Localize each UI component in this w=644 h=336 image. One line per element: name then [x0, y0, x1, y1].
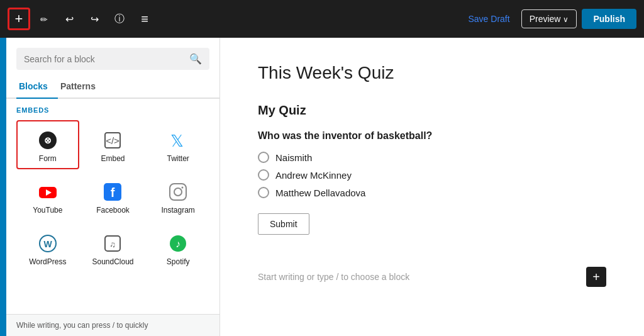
- twitter-icon: 𝕏: [167, 129, 189, 152]
- undo-icon: [65, 13, 74, 26]
- embed-icon: </>: [101, 129, 124, 152]
- submit-button[interactable]: Submit: [258, 213, 309, 235]
- quiz-options: Naismith Andrew McKinney Matthew Dellava…: [258, 152, 606, 198]
- svg-text:♪: ♪: [175, 238, 180, 249]
- block-item-spotify[interactable]: ♪ Spotify: [147, 223, 209, 272]
- preview-button[interactable]: Preview: [521, 9, 577, 28]
- hint-box: While writing, you can press / to quickl…: [6, 314, 219, 336]
- block-item-youtube[interactable]: YouTube: [16, 172, 79, 221]
- block-soundcloud-label: SoundCloud: [92, 257, 133, 266]
- search-icon: 🔍: [189, 53, 202, 65]
- undo-button[interactable]: [58, 8, 80, 30]
- block-twitter-label: Twitter: [167, 154, 189, 163]
- hint-text: While writing, you can press / to quickl…: [16, 321, 148, 330]
- block-facebook-label: Facebook: [96, 206, 130, 215]
- option-3-text: Matthew Dellavadova: [275, 188, 365, 198]
- youtube-icon: [36, 181, 59, 203]
- add-block-row: Start writing or type / to choose a bloc…: [258, 260, 606, 293]
- menu-icon: [141, 12, 148, 26]
- svg-text:♫: ♫: [110, 240, 116, 249]
- block-spotify-label: Spotify: [167, 257, 190, 266]
- embeds-section-label: EMBEDS: [16, 106, 209, 114]
- tab-blocks[interactable]: Blocks: [16, 75, 58, 99]
- menu-button[interactable]: [133, 8, 156, 30]
- tabs: Blocks Patterns: [6, 75, 219, 99]
- instagram-icon: [167, 181, 189, 203]
- plus-icon: +: [15, 11, 23, 27]
- block-embed-label: Embed: [101, 154, 125, 163]
- facebook-icon: f: [101, 181, 124, 203]
- svg-point-10: [174, 188, 182, 196]
- block-item-form[interactable]: ⊗ Form: [16, 120, 79, 169]
- toolbar-left: +: [8, 8, 156, 30]
- add-block-button[interactable]: +: [8, 8, 30, 30]
- tab-patterns[interactable]: Patterns: [58, 75, 106, 99]
- search-input[interactable]: [24, 54, 184, 64]
- wordpress-icon: W: [36, 232, 59, 255]
- info-icon: [114, 12, 125, 26]
- block-list: EMBEDS ⊗ Form </> Embed: [6, 99, 219, 314]
- quiz-question[interactable]: Who was the inventor of basketball?: [258, 130, 606, 142]
- block-youtube-label: YouTube: [33, 206, 62, 215]
- svg-text:</>: </>: [106, 135, 120, 146]
- svg-text:f: f: [111, 186, 115, 199]
- form-icon: ⊗: [36, 129, 59, 152]
- option-2-text: Andrew McKinney: [275, 170, 352, 181]
- radio-dellavadova[interactable]: [258, 187, 269, 198]
- publish-button[interactable]: Publish: [582, 9, 636, 29]
- editor-area[interactable]: ➔ This Week's Quiz My Quiz Who was the i…: [220, 38, 644, 336]
- search-area: 🔍: [6, 38, 219, 75]
- option-3[interactable]: Matthew Dellavadova: [258, 187, 606, 198]
- info-button[interactable]: [108, 8, 131, 30]
- redo-button[interactable]: [83, 8, 106, 30]
- radio-naismith[interactable]: [258, 152, 269, 163]
- block-item-instagram[interactable]: Instagram: [147, 172, 209, 221]
- search-box: 🔍: [16, 48, 209, 70]
- save-draft-button[interactable]: Save Draft: [462, 10, 516, 28]
- svg-text:𝕏: 𝕏: [170, 132, 184, 150]
- block-instagram-label: Instagram: [161, 206, 194, 215]
- post-title[interactable]: This Week's Quiz: [258, 63, 606, 83]
- svg-text:W: W: [43, 239, 52, 249]
- option-1[interactable]: Naismith: [258, 152, 606, 163]
- quiz-title[interactable]: My Quiz: [258, 103, 606, 118]
- chevron-down-icon: [563, 14, 569, 24]
- svg-point-11: [182, 187, 184, 189]
- block-wordpress-label: WordPress: [29, 257, 66, 266]
- spotify-icon: ♪: [167, 232, 189, 255]
- svg-text:⊗: ⊗: [44, 135, 52, 145]
- sidebar-accent: [0, 38, 6, 336]
- preview-label: Preview: [530, 14, 561, 24]
- block-item-facebook[interactable]: f Facebook: [82, 172, 145, 221]
- toolbar: + Save Draft Preview Publish: [0, 0, 644, 38]
- main-area: 🔍 Blocks Patterns EMBEDS ⊗ Form: [0, 38, 644, 336]
- block-item-wordpress[interactable]: W WordPress: [16, 223, 79, 272]
- block-item-embed[interactable]: </> Embed: [82, 120, 145, 169]
- pencil-button[interactable]: [33, 8, 55, 30]
- block-form-label: Form: [39, 154, 57, 163]
- option-2[interactable]: Andrew McKinney: [258, 169, 606, 181]
- add-block-placeholder: Start writing or type / to choose a bloc…: [258, 272, 409, 282]
- toolbar-right: Save Draft Preview Publish: [462, 9, 637, 29]
- soundcloud-icon: ♫: [101, 232, 124, 255]
- block-item-twitter[interactable]: 𝕏 Twitter: [147, 120, 209, 169]
- add-block-plus-button[interactable]: +: [586, 267, 606, 287]
- block-item-soundcloud[interactable]: ♫ SoundCloud: [82, 223, 145, 272]
- option-1-text: Naismith: [275, 152, 312, 163]
- block-grid: ⊗ Form </> Embed 𝕏 Twitter: [16, 120, 209, 272]
- redo-icon: [91, 13, 99, 26]
- svg-rect-9: [170, 184, 186, 200]
- radio-mckinney[interactable]: [258, 169, 269, 181]
- pencil-icon: [40, 13, 48, 26]
- left-panel: 🔍 Blocks Patterns EMBEDS ⊗ Form: [6, 38, 220, 336]
